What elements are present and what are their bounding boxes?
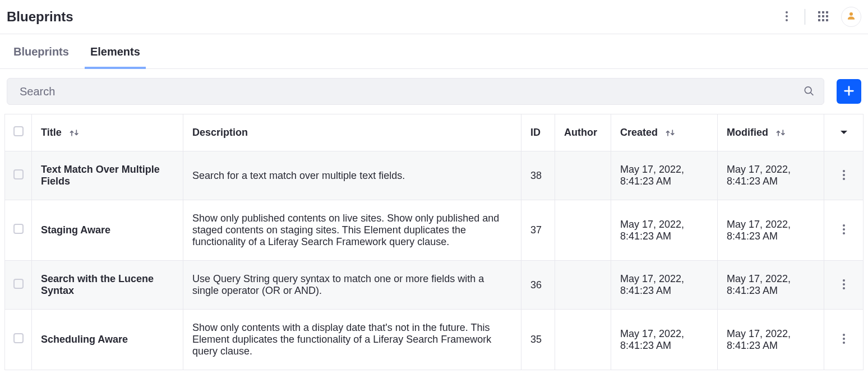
row-select-cell: [5, 310, 32, 370]
col-created[interactable]: Created: [611, 114, 718, 151]
topbar-actions: [778, 7, 861, 27]
svg-line-14: [811, 93, 814, 95]
divider: [0, 34, 868, 34]
col-author[interactable]: Author: [555, 114, 611, 151]
user-avatar[interactable]: [841, 7, 861, 27]
divider: [805, 9, 805, 25]
table-row: Staging Aware Show only published conten…: [5, 200, 864, 261]
row-actions-button[interactable]: [841, 168, 847, 184]
apps-grid-icon: [818, 11, 828, 23]
svg-rect-5: [826, 11, 828, 13]
svg-point-18: [843, 174, 845, 176]
col-modified[interactable]: Modified: [718, 114, 824, 151]
row-description: Search for a text match over multiple te…: [183, 151, 521, 200]
row-modified: May 17, 2022, 8:41:23 AM: [718, 200, 824, 261]
row-description: Show only published contents on live sit…: [183, 200, 521, 261]
col-actions[interactable]: [824, 114, 864, 151]
row-select-cell: [5, 261, 32, 310]
row-checkbox[interactable]: [13, 279, 24, 289]
search-icon: [803, 90, 814, 98]
row-id: 37: [521, 200, 555, 261]
tab-blueprints[interactable]: Blueprints: [13, 36, 69, 68]
row-actions-button[interactable]: [841, 222, 847, 238]
svg-point-19: [843, 178, 845, 180]
row-description: Use Query String query syntax to match o…: [183, 261, 521, 310]
row-id: 35: [521, 310, 555, 370]
sort-icon: [69, 128, 80, 137]
svg-rect-3: [818, 11, 820, 13]
col-author-label: Author: [564, 127, 597, 138]
svg-point-17: [843, 170, 845, 172]
svg-point-12: [849, 12, 853, 16]
svg-point-22: [843, 232, 845, 234]
svg-rect-6: [818, 15, 820, 17]
col-description-label: Description: [192, 127, 248, 138]
row-created: May 17, 2022, 8:41:23 AM: [611, 151, 718, 200]
row-title[interactable]: Staging Aware: [32, 200, 183, 261]
svg-point-13: [805, 87, 811, 94]
row-description: Show only contents with a display date t…: [183, 310, 521, 370]
table-wrapper: Title Description ID Author Created Modi…: [0, 114, 868, 370]
row-actions-button[interactable]: [841, 331, 847, 348]
row-checkbox[interactable]: [13, 333, 24, 343]
row-author: [555, 261, 611, 310]
add-button[interactable]: [837, 79, 861, 104]
table-row: Search with the Lucene Syntax Use Query …: [5, 261, 864, 310]
row-actions-button[interactable]: [841, 277, 847, 293]
apps-button[interactable]: [814, 8, 832, 26]
row-title[interactable]: Text Match Over Multiple Fields: [32, 151, 183, 200]
row-select-cell: [5, 151, 32, 200]
row-author: [555, 151, 611, 200]
user-icon: [846, 11, 856, 23]
tab-elements[interactable]: Elements: [90, 36, 140, 68]
svg-point-23: [843, 279, 845, 282]
sort-icon: [775, 128, 787, 137]
kebab-icon: [843, 337, 845, 345]
svg-point-28: [843, 342, 845, 344]
plus-icon: [843, 85, 855, 99]
col-description[interactable]: Description: [183, 114, 521, 151]
tabs: Blueprints Elements: [0, 36, 868, 69]
row-author: [555, 200, 611, 261]
svg-rect-4: [822, 11, 824, 13]
row-actions-cell: [824, 310, 864, 370]
row-modified: May 17, 2022, 8:41:23 AM: [718, 261, 824, 310]
col-created-label: Created: [620, 127, 658, 138]
row-id: 38: [521, 151, 555, 200]
kebab-icon: [843, 283, 845, 291]
svg-rect-11: [826, 19, 828, 21]
table-row: Text Match Over Multiple Fields Search f…: [5, 151, 864, 200]
row-actions-cell: [824, 200, 864, 261]
svg-point-25: [843, 287, 845, 289]
row-actions-cell: [824, 261, 864, 310]
table-row: Scheduling Aware Show only contents with…: [5, 310, 864, 370]
svg-point-24: [843, 283, 845, 285]
row-title[interactable]: Search with the Lucene Syntax: [32, 261, 183, 310]
row-created: May 17, 2022, 8:41:23 AM: [611, 200, 718, 261]
row-checkbox[interactable]: [13, 224, 24, 234]
row-created: May 17, 2022, 8:41:23 AM: [611, 310, 718, 370]
col-id-label: ID: [530, 127, 541, 138]
search-input[interactable]: [7, 78, 824, 105]
page-actions-button[interactable]: [778, 8, 796, 26]
col-title-label: Title: [41, 127, 62, 138]
data-table: Title Description ID Author Created Modi…: [4, 114, 864, 370]
svg-point-1: [786, 15, 788, 17]
svg-point-27: [843, 338, 845, 340]
svg-rect-8: [826, 15, 828, 17]
col-title[interactable]: Title: [32, 114, 183, 151]
svg-point-26: [843, 334, 845, 336]
row-title[interactable]: Scheduling Aware: [32, 310, 183, 370]
row-checkbox[interactable]: [13, 169, 24, 179]
topbar: Blueprints: [0, 0, 868, 34]
col-id[interactable]: ID: [521, 114, 555, 151]
row-modified: May 17, 2022, 8:41:23 AM: [718, 310, 824, 370]
row-id: 36: [521, 261, 555, 310]
select-all-checkbox[interactable]: [13, 126, 24, 136]
search-button[interactable]: [800, 82, 818, 102]
caret-down-icon: [840, 127, 848, 138]
sort-icon: [665, 128, 676, 137]
row-actions-cell: [824, 151, 864, 200]
svg-point-20: [843, 224, 845, 227]
row-author: [555, 310, 611, 370]
